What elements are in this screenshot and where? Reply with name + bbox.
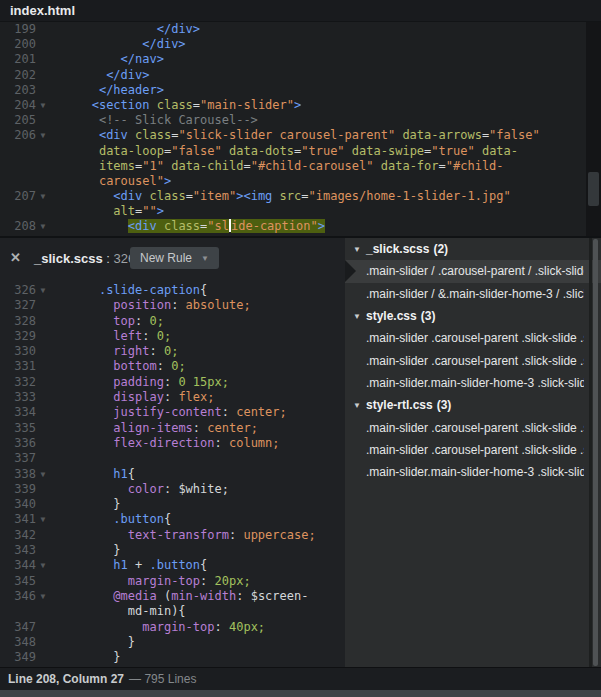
syntax-token: 0;: [150, 314, 164, 328]
code-line[interactable]: 342 text-transform: uppercase;: [0, 528, 345, 543]
code-line[interactable]: 338▼ h1{: [0, 467, 345, 482]
code-line[interactable]: 327 position: absolute;: [0, 298, 345, 313]
code-line[interactable]: 346▼ @media (min-width: $screen-: [0, 589, 345, 604]
code-line[interactable]: 335 align-items: center;: [0, 421, 345, 436]
code-line[interactable]: 205 <!-- Slick Carousel-->: [0, 113, 601, 128]
editor-scrollbar-track[interactable]: [586, 22, 601, 236]
file-title: index.html: [0, 3, 75, 18]
code-line[interactable]: 349 }: [0, 650, 345, 665]
syntax-token: flex;: [178, 390, 214, 404]
rules-group-header-style.css[interactable]: ▼style.css(3): [345, 305, 601, 327]
fold-arrow-icon[interactable]: ▼: [36, 467, 50, 482]
related-rules-panel[interactable]: ▼_slick.scss(2).main-slider / .carousel-…: [345, 238, 601, 667]
code-text: data-loop="false" data-dots="true" data-…: [50, 144, 601, 159]
code-line[interactable]: 199 </div>: [0, 22, 601, 37]
syntax-token: [70, 159, 99, 173]
code-line[interactable]: alt="">: [0, 204, 601, 219]
code-line[interactable]: data-loop="false" data-dots="true" data-…: [0, 144, 601, 159]
rules-group-header-_slick.scss[interactable]: ▼_slick.scss(2): [345, 238, 601, 260]
code-line[interactable]: 201 </nav>: [0, 52, 601, 67]
syntax-token: {: [200, 283, 207, 297]
line-number: 205: [0, 113, 36, 128]
code-line[interactable]: 332 padding: 0 15px;: [0, 375, 345, 390]
syntax-token: [222, 144, 229, 158]
related-rule-item[interactable]: .main-slider.main-slider-home-3 .slick-s…: [345, 461, 601, 483]
close-icon[interactable]: ✕: [10, 250, 21, 265]
related-rule-selector: .main-slider .carousel-parent .slick-sli…: [366, 443, 584, 457]
code-line[interactable]: md-min){: [0, 604, 345, 619]
related-rule-selector: .main-slider .carousel-parent .slick-sli…: [366, 421, 584, 435]
syntax-token: text-transform: [128, 528, 229, 542]
syntax-token: :: [236, 589, 250, 603]
code-line[interactable]: 340 }: [0, 497, 345, 512]
fold-arrow-icon[interactable]: ▼: [36, 283, 50, 298]
code-line[interactable]: carousel">: [0, 174, 601, 189]
related-rule-item[interactable]: .main-slider .carousel-parent .slick-sli…: [345, 416, 601, 438]
related-rule-item[interactable]: .main-slider .carousel-parent .slick-sli…: [345, 327, 601, 349]
rules-group-header-style-rtl.css[interactable]: ▼style-rtl.css(3): [345, 394, 601, 416]
disclosure-triangle-icon[interactable]: ▼: [353, 401, 366, 410]
related-rule-item[interactable]: .main-slider / &.main-slider-home-3 / .s…: [345, 283, 601, 305]
related-rule-item-selected[interactable]: .main-slider / .carousel-parent / .slick…: [345, 260, 601, 282]
disclosure-triangle-icon[interactable]: ▼: [353, 245, 366, 254]
code-line[interactable]: 200 </div>: [0, 37, 601, 52]
code-line[interactable]: 347 margin-top: 40px;: [0, 620, 345, 635]
code-line[interactable]: 331 bottom: 0;: [0, 359, 345, 374]
disclosure-triangle-icon[interactable]: ▼: [353, 312, 366, 321]
fold-gutter-spacer: [36, 68, 50, 83]
editor-scrollbar-thumb[interactable]: [588, 172, 599, 206]
fold-gutter-spacer: [36, 436, 50, 451]
code-line[interactable]: 208▼ <div class="slide-caption">: [0, 219, 601, 234]
fold-gutter-spacer: [36, 359, 50, 374]
code-line[interactable]: 333 display: flex;: [0, 390, 345, 405]
syntax-token: [70, 52, 121, 66]
code-line[interactable]: 203 </header>: [0, 83, 601, 98]
code-line[interactable]: 337: [0, 451, 345, 466]
code-line[interactable]: 207▼ <div class="item"><img src="images/…: [0, 189, 601, 204]
code-text: top: 0;: [50, 314, 345, 329]
fold-arrow-icon[interactable]: ▼: [36, 219, 50, 234]
fold-arrow-icon[interactable]: ▼: [36, 128, 50, 143]
code-line[interactable]: 202 </div>: [0, 68, 601, 83]
syntax-token: }: [113, 543, 120, 557]
syntax-token: data-: [482, 144, 518, 158]
code-line[interactable]: 326▼ .slide-caption{: [0, 283, 345, 298]
syntax-token: =: [243, 159, 250, 173]
html-code-editor[interactable]: 199 </div>200 </div>201 </nav>202 </div>…: [0, 22, 601, 236]
code-line[interactable]: 204▼ <section class="main-slider">: [0, 98, 601, 113]
code-line[interactable]: 344▼ h1 + .button{: [0, 558, 345, 573]
fold-arrow-icon[interactable]: ▼: [36, 589, 50, 604]
cursor-position-status[interactable]: Line 208, Column 27: [0, 672, 124, 686]
related-rule-selector: .main-slider / .carousel-parent / .slick…: [366, 264, 584, 278]
syntax-token: }: [113, 497, 120, 511]
code-line[interactable]: 328 top: 0;: [0, 314, 345, 329]
fold-arrow-icon[interactable]: ▼: [36, 558, 50, 573]
syntax-token: [70, 344, 113, 358]
related-rule-item[interactable]: .main-slider .carousel-parent .slick-sli…: [345, 439, 601, 461]
code-line[interactable]: 343 }: [0, 543, 345, 558]
code-line[interactable]: 348 }: [0, 635, 345, 650]
scss-quick-edit-editor[interactable]: 326▼ .slide-caption{327 position: absolu…: [0, 280, 345, 667]
related-rule-item[interactable]: .main-slider.main-slider-home-3 .slick-s…: [345, 372, 601, 394]
code-line[interactable]: 345 margin-top: 20px;: [0, 574, 345, 589]
syntax-token: align-items: [113, 421, 192, 435]
code-line[interactable]: 336 flex-direction: column;: [0, 436, 345, 451]
code-line[interactable]: 341▼ .button{: [0, 512, 345, 527]
code-text: </div>: [50, 22, 601, 37]
related-rule-item[interactable]: .main-slider .carousel-parent .slick-sli…: [345, 349, 601, 371]
code-line[interactable]: 206▼ <div class="slick-slider carousel-p…: [0, 128, 601, 143]
syntax-token: [186, 375, 193, 389]
fold-arrow-icon[interactable]: ▼: [36, 189, 50, 204]
fold-arrow-icon[interactable]: ▼: [36, 98, 50, 113]
code-line[interactable]: items="1" data-child="#child-carousel" d…: [0, 159, 601, 174]
line-number: [0, 159, 36, 174]
code-text: alt="">: [50, 204, 601, 219]
fold-arrow-icon[interactable]: ▼: [36, 512, 50, 527]
code-line[interactable]: 330 right: 0;: [0, 344, 345, 359]
code-line[interactable]: 339 color: $white;: [0, 482, 345, 497]
syntax-token: :: [171, 298, 185, 312]
code-line[interactable]: 334 justify-content: center;: [0, 405, 345, 420]
panel-scrollbar[interactable]: [593, 239, 598, 666]
new-rule-button[interactable]: New Rule ▼: [130, 247, 219, 269]
code-line[interactable]: 329 left: 0;: [0, 329, 345, 344]
